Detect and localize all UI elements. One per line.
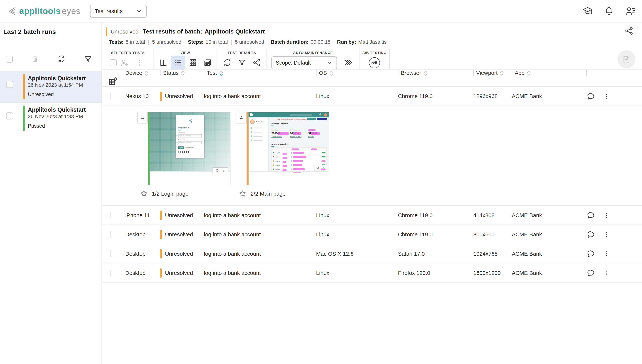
card-view-button[interactable] xyxy=(200,56,214,70)
refresh-batches-icon[interactable] xyxy=(57,54,66,63)
filter-batches-icon[interactable] xyxy=(84,54,92,63)
batch-checkbox[interactable] xyxy=(6,81,13,88)
applitools-logo[interactable]: applitools eyes xyxy=(7,6,80,16)
batch-header-name: Applitools Quickstart xyxy=(205,28,265,35)
cell-device: Desktop xyxy=(123,250,160,256)
sort-icon[interactable] xyxy=(145,71,148,76)
results-table-header: Device Status Test OS Browser Viewport xyxy=(102,70,642,87)
mini-bank-logo xyxy=(250,113,253,116)
comment-icon[interactable] xyxy=(586,268,595,277)
row-checkbox[interactable] xyxy=(111,231,111,238)
learn-graduation-cap-icon[interactable] xyxy=(582,6,593,16)
list-view-button[interactable] xyxy=(171,56,185,70)
filter-results-button[interactable] xyxy=(235,56,249,70)
grid-view-button[interactable] xyxy=(186,56,200,70)
table-row[interactable]: Desktop Unresolved log into a bank accou… xyxy=(102,244,642,263)
mini-app-header xyxy=(248,112,329,118)
column-header-app[interactable]: App xyxy=(512,70,567,76)
mini-signin-button: Sign in xyxy=(178,146,184,149)
view-select-dropdown[interactable]: Test results xyxy=(90,5,147,17)
batch-list-item[interactable]: Applitools Quickstart 26 Nov 2023 at 1:5… xyxy=(0,71,102,102)
comment-icon[interactable] xyxy=(586,249,595,258)
cell-browser: Chrome 119.0 xyxy=(398,212,473,218)
column-header-device[interactable]: Device xyxy=(123,70,160,76)
column-header-browser[interactable]: Browser xyxy=(398,70,473,76)
chart-view-button[interactable] xyxy=(156,56,170,70)
status-bar-unresolved xyxy=(160,210,162,220)
row-checkbox[interactable] xyxy=(111,269,111,276)
status-bar-unresolved xyxy=(160,249,162,258)
mini-user-avatar xyxy=(250,120,255,124)
step-screenshot-main[interactable]: Jack Gomez Your nearest branch closes in… xyxy=(246,112,329,185)
cell-browser: Safari 17.0 xyxy=(398,250,473,256)
sort-icon[interactable] xyxy=(424,71,427,76)
select-all-batches-checkbox[interactable] xyxy=(6,56,13,62)
apply-maintenance-button[interactable] xyxy=(341,56,355,70)
table-row[interactable]: Nexus 10 Unresolved log into a bank acco… xyxy=(102,87,642,106)
column-header-viewport[interactable]: Viewport xyxy=(473,70,512,76)
table-columns-settings-icon[interactable] xyxy=(108,76,118,86)
comment-icon[interactable] xyxy=(586,92,595,100)
group-label: A/B TESTING xyxy=(362,51,387,55)
row-menu-kebab-icon[interactable] xyxy=(603,231,609,238)
top-bar-icons xyxy=(582,6,635,16)
toolbar-group-view: VIEW xyxy=(154,49,217,70)
logo-text: applitools eyes xyxy=(19,6,80,16)
table-row[interactable]: Desktop Unresolved log into a bank accou… xyxy=(102,263,642,282)
comment-icon[interactable] xyxy=(586,230,595,239)
table-row[interactable]: iPhone 11 Unresolved log into a bank acc… xyxy=(102,206,642,225)
main-content: Unresolved Test results of batch: Applit… xyxy=(102,22,642,364)
refresh-results-button[interactable] xyxy=(220,56,234,70)
comment-icon[interactable] xyxy=(586,211,595,220)
share-batch-icon[interactable] xyxy=(624,26,634,36)
row-checkbox[interactable] xyxy=(111,212,111,218)
more-actions-kebab-icon[interactable] xyxy=(132,56,146,70)
select-all-tests-checkbox[interactable] xyxy=(110,59,117,66)
gear-icon: ⚙ xyxy=(215,169,218,173)
mini-add-account-button xyxy=(307,118,316,120)
sort-icon[interactable] xyxy=(330,71,333,76)
mini-branch-warning: Your nearest branch closes in 30m 3s xyxy=(272,118,311,120)
chevron-down-icon xyxy=(326,60,332,66)
step-label: 2/2 Main page xyxy=(251,190,286,197)
steps-unresolved: 5 unresolved xyxy=(235,39,264,45)
row-menu-kebab-icon[interactable] xyxy=(603,212,609,218)
star-icon[interactable] xyxy=(140,190,148,198)
step-screenshot-login[interactable]: Login Form Username Enter your username … xyxy=(148,112,230,185)
scope-dropdown[interactable]: Scope: Default xyxy=(271,56,337,69)
row-menu-kebab-icon[interactable] xyxy=(603,269,609,276)
runby-value: Matt Jasaitis xyxy=(358,39,387,45)
mini-search-bar xyxy=(290,114,312,116)
delete-batch-trash-icon[interactable] xyxy=(30,54,39,63)
match-equal-badge: = xyxy=(137,112,148,123)
sort-icon[interactable] xyxy=(527,71,531,76)
account-user-menu-icon[interactable] xyxy=(625,6,635,16)
row-menu-kebab-icon[interactable] xyxy=(603,250,609,257)
column-header-test[interactable]: Test xyxy=(204,70,316,76)
star-icon[interactable] xyxy=(238,190,247,198)
batch-checkbox[interactable] xyxy=(6,112,13,119)
row-menu-kebab-icon[interactable] xyxy=(603,93,609,100)
batch-list-item[interactable]: Applitools Quickstart 26 Nov 2023 at 1:3… xyxy=(0,103,102,134)
sort-icon[interactable] xyxy=(500,71,504,76)
chevron-down-icon xyxy=(136,8,142,14)
steps-label: Steps: xyxy=(188,39,204,45)
cell-os: Linux xyxy=(316,231,398,238)
logo-secondary: eyes xyxy=(62,6,80,16)
column-header-os[interactable]: OS xyxy=(316,70,398,76)
table-row[interactable]: Desktop Unresolved log into a bank accou… xyxy=(102,225,642,244)
mini-username-input: Enter your username xyxy=(178,134,202,137)
cell-app: ACME Bank xyxy=(512,270,567,276)
notifications-bell-icon[interactable] xyxy=(603,6,614,16)
sort-icon-active[interactable] xyxy=(219,71,223,76)
sort-icon[interactable] xyxy=(181,71,185,76)
row-checkbox[interactable] xyxy=(111,93,111,100)
batch-header-title-label: Test results of batch: xyxy=(143,28,202,35)
stats-separator: | xyxy=(148,39,149,45)
save-button-disabled[interactable] xyxy=(617,50,635,68)
share-results-button[interactable] xyxy=(249,56,263,70)
row-checkbox[interactable] xyxy=(111,250,111,257)
assign-user-button[interactable] xyxy=(118,56,132,70)
column-header-status[interactable]: Status xyxy=(160,70,204,76)
ab-testing-button[interactable]: A/B xyxy=(367,56,381,70)
